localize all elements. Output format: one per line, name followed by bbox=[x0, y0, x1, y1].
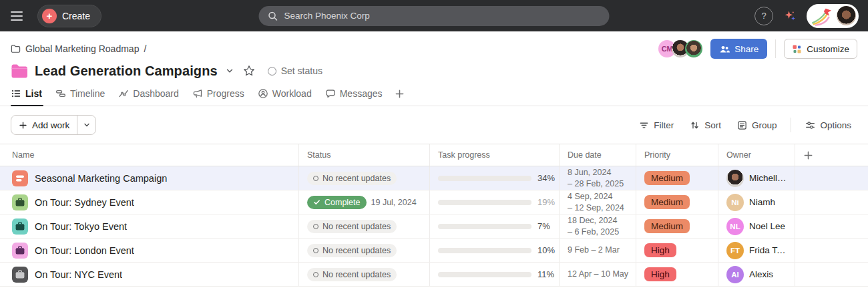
task-name-cell[interactable]: On Tour: Tokyo Event bbox=[0, 214, 299, 238]
messages-icon bbox=[325, 88, 336, 99]
title-dropdown-button[interactable] bbox=[224, 65, 236, 77]
share-button[interactable]: Share bbox=[710, 39, 767, 59]
owner-name: Alexis bbox=[749, 269, 773, 279]
task-progress-cell: 10% bbox=[430, 239, 560, 262]
sort-button[interactable]: Sort bbox=[684, 117, 727, 134]
customize-button[interactable]: Customize bbox=[784, 39, 857, 59]
search-icon bbox=[268, 11, 278, 21]
empty-cell bbox=[795, 214, 868, 238]
tab-progress[interactable]: Progress bbox=[186, 82, 251, 106]
add-work-split-button: Add work bbox=[11, 115, 96, 135]
add-work-button[interactable]: Add work bbox=[11, 116, 77, 134]
progress-percent: 7% bbox=[537, 221, 550, 231]
priority-badge[interactable]: High bbox=[644, 243, 676, 257]
priority-cell[interactable]: Medium bbox=[636, 214, 718, 238]
priority-badge[interactable]: Medium bbox=[644, 219, 690, 233]
status-cell[interactable]: No recent updates bbox=[299, 214, 430, 238]
tab-workload[interactable]: Workload bbox=[251, 82, 318, 106]
owner-cell[interactable]: FTFrida Toms... bbox=[718, 239, 795, 262]
task-name[interactable]: On Tour: Sydney Event bbox=[35, 197, 134, 208]
task-name[interactable]: On Tour: Tokyo Event bbox=[35, 221, 127, 232]
status-badge-complete[interactable]: Complete bbox=[307, 196, 367, 209]
task-name[interactable]: Seasonal Marketing Campaign bbox=[35, 173, 167, 184]
table-row[interactable]: On Tour: Sydney Event Complete19 Jul, 20… bbox=[0, 190, 868, 214]
status-badge[interactable]: No recent updates bbox=[307, 244, 397, 257]
star-icon bbox=[243, 65, 255, 77]
status-cell[interactable]: No recent updates bbox=[299, 239, 430, 262]
workspace-profile-button[interactable] bbox=[807, 4, 859, 28]
status-badge[interactable]: No recent updates bbox=[307, 220, 397, 233]
filter-button[interactable]: Filter bbox=[633, 117, 680, 134]
column-header-due-date[interactable]: Due date bbox=[560, 144, 636, 166]
plus-icon: + bbox=[42, 9, 57, 23]
owner-cell[interactable]: NiNiamh bbox=[718, 190, 795, 214]
owner-name: Niamh bbox=[749, 197, 775, 207]
task-name-cell[interactable]: Seasonal Marketing Campaign bbox=[0, 166, 299, 190]
briefcase-icon bbox=[12, 267, 28, 283]
add-tab-button[interactable] bbox=[389, 89, 410, 99]
priority-badge[interactable]: Medium bbox=[644, 195, 690, 209]
priority-badge[interactable]: Medium bbox=[644, 171, 690, 185]
progress-bar bbox=[438, 272, 531, 277]
status-cell[interactable]: No recent updates bbox=[299, 263, 430, 286]
column-header-task-progress[interactable]: Task progress bbox=[430, 144, 560, 166]
member-avatar[interactable] bbox=[685, 40, 702, 57]
table-row[interactable]: On Tour: Tokyo Event No recent updates 7… bbox=[0, 214, 868, 239]
help-button[interactable]: ? bbox=[754, 7, 773, 25]
due-date-cell[interactable]: 8 Jun, 2024– 28 Feb, 2025 bbox=[560, 166, 636, 190]
project-folder-icon bbox=[11, 63, 29, 79]
tab-dashboard[interactable]: Dashboard bbox=[112, 82, 186, 106]
status-cell[interactable]: No recent updates bbox=[299, 166, 430, 190]
options-button[interactable]: Options bbox=[799, 117, 857, 134]
table-row[interactable]: On Tour: London Event No recent updates … bbox=[0, 239, 868, 263]
create-button[interactable]: + Create bbox=[37, 5, 101, 27]
group-button[interactable]: Group bbox=[731, 117, 783, 134]
due-date-cell[interactable]: 4 Sep, 2024– 12 Sep, 2024 bbox=[560, 190, 636, 214]
table-row[interactable]: On Tour: NYC Event No recent updates 11%… bbox=[0, 263, 868, 287]
status-badge[interactable]: No recent updates bbox=[307, 172, 397, 185]
favorite-star-button[interactable] bbox=[242, 63, 256, 78]
column-header-priority[interactable]: Priority bbox=[636, 144, 718, 166]
set-status-label: Set status bbox=[281, 65, 322, 76]
column-header-owner[interactable]: Owner bbox=[718, 144, 795, 166]
column-header-name[interactable]: Name bbox=[0, 144, 299, 166]
breadcrumb-project-link[interactable]: Global Marketing Roadmap bbox=[25, 43, 139, 54]
column-header-add[interactable] bbox=[795, 144, 868, 166]
due-date-cell[interactable]: 9 Feb – 2 Mar bbox=[560, 239, 636, 262]
add-work-caret-button[interactable] bbox=[77, 116, 95, 134]
tab-timeline[interactable]: Timeline bbox=[49, 82, 112, 106]
task-name[interactable]: On Tour: London Event bbox=[35, 245, 134, 256]
due-date-cell[interactable]: 18 Dec, 2024– 6 Feb, 2025 bbox=[560, 214, 636, 238]
tab-list[interactable]: List bbox=[11, 82, 49, 106]
task-name-cell[interactable]: On Tour: NYC Event bbox=[0, 263, 299, 286]
priority-badge[interactable]: High bbox=[644, 267, 676, 281]
status-circle-icon bbox=[313, 248, 318, 253]
ai-sparkle-button[interactable] bbox=[783, 10, 797, 22]
status-badge[interactable]: No recent updates bbox=[307, 268, 397, 281]
task-name-cell[interactable]: On Tour: London Event bbox=[0, 239, 299, 262]
priority-cell[interactable]: Medium bbox=[636, 190, 718, 214]
task-name[interactable]: On Tour: NYC Event bbox=[35, 269, 122, 280]
tab-messages[interactable]: Messages bbox=[318, 82, 389, 106]
progress-bar bbox=[438, 176, 531, 181]
priority-cell[interactable]: High bbox=[636, 263, 718, 286]
due-date-text: 18 Dec, 2024 bbox=[568, 215, 617, 226]
owner-cell[interactable]: Michelle W... bbox=[718, 166, 795, 190]
progress-percent: 11% bbox=[537, 269, 554, 279]
progress-percent: 10% bbox=[537, 245, 555, 255]
status-cell[interactable]: Complete19 Jul, 2024 bbox=[299, 190, 430, 214]
priority-cell[interactable]: High bbox=[636, 239, 718, 262]
search-input[interactable]: Search Phoenix Corp bbox=[259, 6, 610, 26]
group-label: Group bbox=[752, 120, 777, 130]
member-facepile[interactable]: CM bbox=[658, 40, 702, 57]
owner-cell[interactable]: NLNoel Lee bbox=[718, 214, 795, 238]
due-date-cell[interactable]: 12 Apr – 10 May bbox=[560, 263, 636, 286]
priority-cell[interactable]: Medium bbox=[636, 166, 718, 190]
column-header-status[interactable]: Status bbox=[299, 144, 430, 166]
table-row[interactable]: Seasonal Marketing Campaign No recent up… bbox=[0, 166, 868, 190]
set-status-button[interactable]: Set status bbox=[268, 65, 322, 76]
column-label: Task progress bbox=[438, 150, 490, 160]
owner-cell[interactable]: AlAlexis bbox=[718, 263, 795, 286]
task-name-cell[interactable]: On Tour: Sydney Event bbox=[0, 190, 299, 214]
sidebar-toggle-button[interactable] bbox=[9, 6, 29, 26]
